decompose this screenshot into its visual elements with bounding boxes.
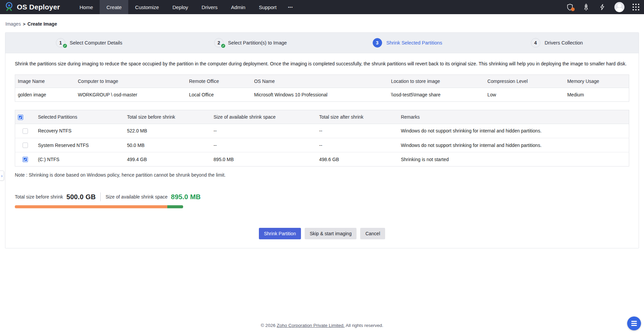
notification-dot [571,7,575,11]
select-all-partitions-checkbox[interactable] [18,115,23,120]
hamburger-icon [631,321,637,322]
navbar-right-icons [566,2,639,12]
step-4-number: 4 [531,38,540,48]
step-shrink-partitions[interactable]: 3 Shrink Selected Partitions [322,38,480,48]
summary-divider [100,192,101,201]
cell-remarks: Shrinking is not started [398,152,629,166]
system-reserved-partition-checkbox[interactable] [23,143,28,148]
wizard-body: Shrink the partitions size during imagin… [5,60,639,248]
cell-size-after: -- [316,124,398,138]
size-summary: Total size before shrink 500.0 GB Size o… [15,192,629,201]
nav-item-support[interactable]: Support [252,0,283,14]
cell-os-name: Microsoft Windows 10 Professional [251,88,388,102]
cell-size-before: 522.0 MB [124,124,211,138]
step-4-label: Drivers Collection [545,40,583,46]
app-title: OS Deployer [17,3,60,11]
cell-compression-level: Low [485,88,565,102]
partition-row-system-reserved: System Reserved NTFS 50.0 MB -- -- Windo… [15,138,629,152]
app-brand[interactable]: OS Deployer [4,1,60,13]
cell-size-before: 499.4 GB [124,152,211,166]
user-avatar[interactable] [614,2,624,12]
col-os-name: OS Name [251,75,388,88]
sidebar-expand-chevron[interactable]: › [0,171,4,181]
step-3-number: 3 [373,38,382,48]
step-3-label: Shrink Selected Partitions [386,40,442,46]
breadcrumb: Images > Create Image [0,14,644,32]
col-remote-office: Remote Office [186,75,251,88]
col-location: Location to store image [388,75,484,88]
os-deployer-logo-icon [4,1,14,13]
table-row: golden image WORKGROUP \ osd-master Loca… [15,88,629,102]
wizard-actions: Shrink Partition Skip & start imaging Ca… [15,228,629,239]
cell-remarks: Windows do not support shrinking for int… [398,124,629,138]
partition-row-recovery: Recovery NTFS 522.0 MB -- -- Windows do … [15,124,629,138]
bar-segment-after-shrink [15,205,167,208]
wizard-stepper: 1 ✓ Select Computer Details 2 ✓ Select P… [5,33,639,53]
col-memory-usage: Memory Usage [565,75,629,88]
step-1-completed-check-icon: ✓ [62,43,68,49]
copyright-footer: © 2026 Zoho Corporation Private Limited.… [0,323,644,328]
step-select-partitions[interactable]: 2 ✓ Select Partition(s) to Image [164,38,322,48]
cell-remarks: Windows do not support shrinking for int… [398,138,629,152]
col-size-after-shrink: Total size after shrink [316,110,398,124]
nav-item-admin[interactable]: Admin [224,0,252,14]
cancel-button[interactable]: Cancel [360,228,385,239]
image-summary-table: Image Name Computer to Image Remote Offi… [15,74,629,102]
rocket-icon[interactable] [582,3,590,11]
floating-menu-button[interactable] [627,316,641,330]
nav-item-drivers[interactable]: Drivers [195,0,225,14]
partition-row-c-drive: (C:) NTFS 499.4 GB 895.0 MB 498.6 GB Shr… [15,152,629,166]
flash-icon[interactable] [598,3,606,11]
image-table-header-row: Image Name Computer to Image Remote Offi… [15,75,629,88]
windows-policy-note: Note : Shrinking is done based on Window… [15,172,629,178]
col-computer-to-image: Computer to Image [75,75,186,88]
partitions-header-row: Selected Partitions Total size before sh… [15,110,629,124]
step-1-label: Select Computer Details [70,40,122,46]
cell-shrink-space: 895.0 MB [211,152,316,166]
page-title: Create Image [28,21,57,27]
cell-computer-to-image: WORKGROUP \ osd-master [75,88,186,102]
total-before-value: 500.0 GB [66,193,96,201]
c-drive-partition-checkbox[interactable] [23,157,28,162]
skip-and-start-imaging-button[interactable]: Skip & start imaging [305,228,357,239]
cell-partition-name: System Reserved NTFS [35,138,124,152]
cell-size-before: 50.0 MB [124,138,211,152]
cell-location: \\osd-test5\Image share [388,88,484,102]
breadcrumb-images-link[interactable]: Images [5,21,21,27]
shrink-size-bar [15,205,183,208]
step-2-completed-check-icon: ✓ [221,43,226,49]
shrink-partition-button[interactable]: Shrink Partition [259,228,301,239]
more-menu-icon[interactable]: ••• [283,0,298,14]
col-selected-partitions: Selected Partitions [35,110,124,124]
cell-size-after: -- [316,138,398,152]
apps-grid-icon[interactable] [633,4,639,10]
col-available-shrink-space: Size of available shrink space [211,110,316,124]
shield-badge-icon[interactable] [566,3,574,11]
step-select-computer-details[interactable]: 1 ✓ Select Computer Details [5,38,164,48]
recovery-partition-checkbox[interactable] [23,128,28,134]
nav-item-home[interactable]: Home [73,0,100,14]
nav-item-deploy[interactable]: Deploy [166,0,195,14]
bar-segment-available [167,205,183,208]
step-drivers-collection[interactable]: 4 Drivers Collection [480,38,639,48]
copyright-suffix: All rights reserved. [345,323,383,328]
main-menu: Home Create Customize Deploy Drivers Adm… [73,0,298,14]
cell-size-after: 498.6 GB [316,152,398,166]
cell-shrink-space: -- [211,138,316,152]
cell-image-name: golden image [15,88,75,102]
col-size-before-shrink: Total size before shrink [124,110,211,124]
available-shrink-value: 895.0 MB [171,193,201,201]
breadcrumb-separator: > [23,22,26,27]
top-navbar: OS Deployer Home Create Customize Deploy… [0,0,644,14]
nav-item-customize[interactable]: Customize [128,0,166,14]
cell-shrink-space: -- [211,124,316,138]
copyright-prefix: © 2026 [261,323,276,328]
cell-partition-name: (C:) NTFS [35,152,124,166]
create-image-wizard-card: 1 ✓ Select Computer Details 2 ✓ Select P… [5,32,639,248]
nav-item-create[interactable]: Create [100,0,128,14]
available-shrink-label: Size of available shrink space [105,194,167,200]
zoho-link[interactable]: Zoho Corporation Private Limited. [277,323,345,328]
cell-partition-name: Recovery NTFS [35,124,124,138]
shrink-description: Shrink the partitions size during imagin… [15,60,629,67]
total-before-label: Total size before shrink [15,194,63,200]
